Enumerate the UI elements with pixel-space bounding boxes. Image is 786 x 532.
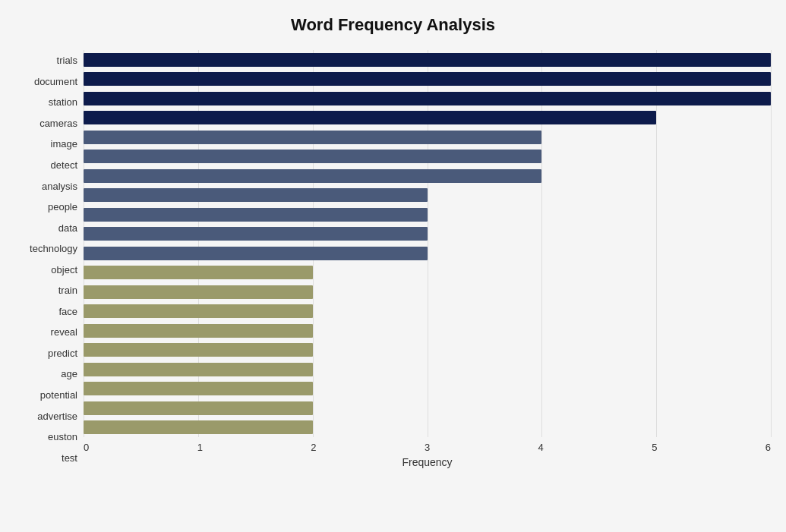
x-tick: 5 (652, 442, 657, 453)
x-tick: 4 (538, 442, 544, 453)
grid-line (198, 50, 199, 437)
bar (84, 53, 771, 67)
y-label: euston (15, 432, 77, 442)
x-tick: 1 (197, 442, 203, 453)
y-label: age (15, 369, 77, 379)
bar (84, 420, 313, 434)
grid-line (313, 50, 314, 437)
bar-row (84, 148, 771, 165)
bar (84, 169, 541, 183)
bar (84, 266, 313, 279)
bar (84, 382, 313, 395)
chart-container: Word Frequency Analysis trialsdocumentst… (0, 0, 786, 532)
bar-row (84, 90, 771, 107)
grid-line (541, 50, 542, 437)
y-label: analysis (15, 181, 77, 191)
bar (84, 324, 313, 338)
bar-row (84, 323, 771, 339)
bar-row (84, 225, 771, 242)
y-label: face (15, 307, 77, 316)
y-label: technology (15, 244, 77, 253)
bar (84, 92, 771, 105)
y-label: test (15, 453, 77, 463)
chart-area: trialsdocumentstationcamerasimagedetecta… (15, 50, 771, 468)
y-label: reveal (15, 327, 77, 337)
bar-row (84, 400, 771, 417)
bar (84, 111, 656, 124)
bar-row (84, 361, 771, 378)
grid-line (428, 50, 428, 437)
x-axis-label: Frequency (84, 456, 771, 468)
x-tick: 0 (84, 442, 89, 453)
x-tick: 6 (765, 442, 771, 453)
bar (84, 72, 771, 86)
bar (84, 227, 428, 241)
bar (84, 247, 428, 260)
y-label: image (15, 139, 77, 149)
bar (84, 401, 313, 415)
grid-line (656, 50, 657, 437)
bar-row (84, 168, 771, 184)
bar-row (84, 284, 771, 301)
bar-row (84, 419, 771, 436)
y-label: trials (15, 55, 77, 65)
y-label: predict (15, 348, 77, 358)
bar-row (84, 187, 771, 203)
bar-row (84, 52, 771, 68)
x-tick: 3 (425, 442, 430, 453)
y-axis: trialsdocumentstationcamerasimagedetecta… (15, 50, 84, 468)
bar-row (84, 245, 771, 262)
y-label: potential (15, 390, 77, 400)
y-label: advertise (15, 411, 77, 421)
bars-and-x: 0123456 Frequency (84, 50, 771, 468)
y-label: people (15, 202, 77, 212)
bar-row (84, 129, 771, 146)
bar-row (84, 342, 771, 358)
y-label: station (15, 97, 77, 107)
bar-row (84, 264, 771, 281)
bar (84, 304, 313, 318)
grid-line (84, 50, 84, 437)
bar-row (84, 71, 771, 87)
x-axis: 0123456 (84, 437, 771, 453)
y-label: document (15, 77, 77, 87)
bar-row (84, 380, 771, 397)
bar (84, 188, 428, 202)
bar (84, 363, 313, 376)
bars-section (84, 50, 771, 437)
grid-lines (84, 50, 771, 437)
grid-line (771, 50, 772, 437)
bar-row (84, 303, 771, 320)
y-label: train (15, 285, 77, 295)
bar-row (84, 109, 771, 126)
bar (84, 131, 541, 144)
chart-title: Word Frequency Analysis (15, 15, 771, 35)
bar (84, 343, 313, 357)
y-label: cameras (15, 118, 77, 128)
bar (84, 285, 313, 299)
y-label: object (15, 265, 77, 275)
bar (84, 208, 428, 222)
bar-row (84, 206, 771, 223)
y-label: detect (15, 160, 77, 170)
x-tick: 2 (311, 442, 316, 453)
bar (84, 150, 541, 163)
y-label: data (15, 223, 77, 233)
